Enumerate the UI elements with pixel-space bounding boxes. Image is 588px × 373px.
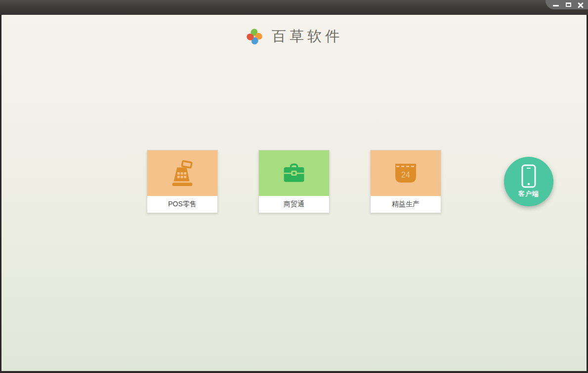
client-button[interactable]: 客户端 (504, 157, 553, 206)
calendar-icon: 24 (394, 162, 418, 184)
calendar-day-number: 24 (401, 171, 410, 179)
smartphone-icon (520, 164, 537, 189)
cash-register-icon (169, 160, 196, 186)
minimize-icon (553, 5, 559, 6)
close-icon (578, 2, 584, 8)
lean-tile: 24 (371, 150, 441, 196)
app-card-pos-retail[interactable]: POS零售 (147, 150, 218, 213)
trade-tile (259, 150, 329, 196)
window-controls (552, 1, 585, 8)
pos-card-label: POS零售 (147, 196, 217, 213)
client-button-label: 客户端 (518, 189, 539, 198)
titlebar[interactable] (0, 0, 588, 15)
main-window: 百草软件 POS零售 (1, 15, 587, 371)
maximize-icon (566, 2, 571, 7)
brand-header: 百草软件 (1, 27, 587, 47)
close-button[interactable] (577, 1, 585, 8)
briefcase-icon (281, 160, 307, 186)
minimize-button[interactable] (552, 1, 560, 8)
app-card-lean-production[interactable]: 24 精益生产 (370, 150, 441, 213)
maximize-button[interactable] (564, 1, 572, 8)
lean-card-label: 精益生产 (371, 196, 441, 213)
page-title: 百草软件 (272, 27, 343, 47)
trade-card-label: 商贸通 (259, 196, 329, 213)
pinwheel-logo-icon (245, 27, 264, 46)
pos-tile (147, 150, 217, 196)
app-card-trade[interactable]: 商贸通 (258, 150, 330, 213)
